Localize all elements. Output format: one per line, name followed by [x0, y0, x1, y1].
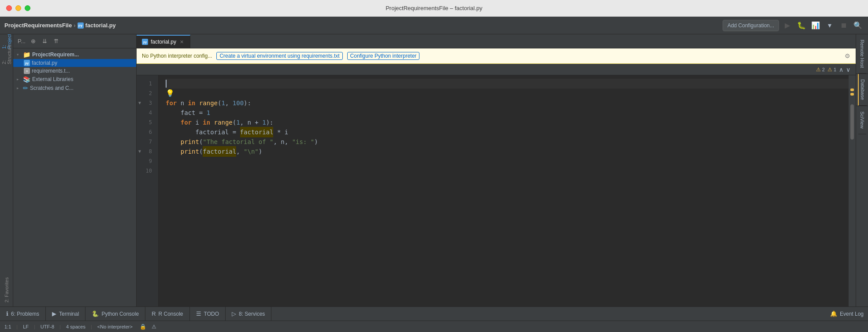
r-console-label: R Console [159, 311, 183, 317]
fn-print-8: print [181, 147, 199, 156]
indent-5 [166, 118, 181, 127]
scrollbar-thumb[interactable] [850, 104, 854, 140]
fold-arrow-8[interactable]: ▼ [138, 147, 141, 156]
window-controls[interactable] [6, 5, 30, 11]
var-i-6: i [285, 127, 288, 137]
right-vtab-remote-host[interactable]: Remote Host [858, 34, 866, 74]
project-view-button[interactable]: P... [17, 37, 26, 46]
scratch-icon: ✏ [23, 85, 28, 92]
close-button[interactable] [6, 5, 12, 11]
event-log-label[interactable]: Event Log [840, 311, 864, 317]
create-venv-link[interactable]: Create a virtual environment using requi… [216, 52, 342, 60]
fn-print-7: print [181, 137, 199, 147]
code-line-3: for n in range ( 1 , 100 ): [166, 98, 849, 108]
right-vtab-sciview[interactable]: SciView [858, 106, 866, 134]
bottom-tab-terminal[interactable]: ▶ Terminal [46, 307, 85, 321]
right-vtab-database[interactable]: Database [858, 74, 867, 106]
run-with-coverage-button[interactable]: 📊 [810, 20, 821, 31]
configure-interpreter-link[interactable]: Configure Python interpreter [347, 52, 420, 60]
code-line-6: factorial = factorial * i [166, 127, 849, 137]
status-warning-icon[interactable]: ⚠ [152, 324, 156, 330]
bottom-tab-services[interactable]: ▷ 8: Services [226, 307, 271, 321]
bottom-tab-python-console[interactable]: 🐍 Python Console [85, 307, 145, 321]
indent-4 [166, 108, 181, 118]
notification-gear-icon[interactable]: ⚙ [845, 52, 850, 59]
str-is-7: "is: " [292, 137, 315, 147]
op-assign-6: = [229, 127, 240, 137]
window-title: ProjectRequirementsFile – factorial.py [386, 5, 482, 11]
interpreter-value: <No interpreter> [97, 324, 133, 329]
code-line-5: for i in range ( 1 , n + 1 ): [166, 118, 849, 127]
left-sidebar: 1: Project 2: Structure Favorites 2: [0, 34, 13, 306]
tree-label-scratches: Scratches and C... [30, 85, 74, 91]
file-tab-name: factorial.py [151, 39, 176, 45]
tree-item-requirements[interactable]: ≡ requirements.t... [13, 67, 136, 75]
terminal-label: Terminal [59, 311, 79, 317]
folder-icon-root: 📁 [23, 51, 30, 58]
problems-label: 6: Problems [11, 311, 39, 317]
op-cparen-5: ): [266, 118, 274, 127]
expand-all-button[interactable]: ⇈ [51, 37, 61, 46]
maximize-button[interactable] [25, 5, 30, 11]
status-position[interactable]: 1:1 [4, 324, 11, 329]
num-100: 100 [233, 98, 244, 108]
warning-nav-down[interactable]: ∨ [846, 66, 850, 73]
collapse-all-button[interactable]: ⇊ [40, 37, 49, 46]
services-icon: ▷ [232, 310, 236, 317]
project-tree: ▾ 📁 ProjectRequirem... py factorial.py ≡… [13, 48, 136, 306]
code-content[interactable]: 💡 for n in range ( 1 , 100 ): [159, 75, 849, 306]
op-assign-4: = [195, 108, 206, 118]
status-line-ending[interactable]: LF [23, 324, 29, 329]
tree-item-root[interactable]: ▾ 📁 ProjectRequirem... [13, 50, 136, 59]
position-value: 1:1 [4, 324, 11, 329]
keyword-in-3: in [188, 98, 196, 108]
tab-close-button[interactable]: ✕ [179, 39, 185, 45]
warning-badge-1: ⚠ 1 [827, 66, 836, 73]
op-comma-3: , [225, 98, 233, 108]
tree-item-scratches[interactable]: ▸ ✏ Scratches and C... [13, 84, 136, 92]
keyword-for-3: for [166, 98, 177, 108]
warning-nav-up[interactable]: ∧ [839, 66, 843, 73]
code-line-10 [166, 166, 849, 176]
project-toolbar: P... ⊕ ⇊ ⇈ [13, 34, 136, 48]
bottom-tab-todo[interactable]: ☰ TODO [190, 307, 226, 321]
tree-item-ext-libs[interactable]: ▸ 📚 External Libraries [13, 75, 136, 84]
todo-icon: ☰ [196, 310, 201, 317]
file-tab-factorial[interactable]: py factorial.py ✕ [137, 35, 190, 48]
sidebar-icon-bottom[interactable]: 2: [0, 294, 13, 306]
op-comma-5: , [240, 118, 248, 127]
warning-badge-2: ⚠ 2 [816, 66, 825, 73]
line-ending-value: LF [23, 324, 29, 329]
search-button[interactable]: 🔍 [852, 20, 864, 31]
lightbulb-icon[interactable]: 💡 [166, 89, 174, 98]
breadcrumb-project[interactable]: ProjectRequirementsFile [4, 22, 72, 29]
minimize-button[interactable] [15, 5, 21, 11]
sidebar-icon-favorites[interactable]: Favorites [0, 281, 13, 293]
op-paren-3: ( [218, 98, 221, 108]
debug-button[interactable]: 🐛 [796, 20, 807, 31]
status-encoding[interactable]: UTF-8 [41, 324, 54, 329]
warning-count-2: 2 [822, 67, 825, 72]
keyword-for-5: for [181, 118, 192, 127]
status-interpreter[interactable]: <No interpreter> [97, 324, 133, 329]
status-indent[interactable]: 4 spaces [66, 324, 85, 329]
stop-button[interactable]: ⏹ [838, 20, 849, 31]
tree-item-factorial[interactable]: py factorial.py [13, 59, 136, 67]
dropdown-button[interactable]: ▾ [824, 20, 835, 31]
bottom-tab-r-console[interactable]: R R Console [145, 307, 189, 321]
scroll-from-source-button[interactable]: ⊕ [28, 37, 38, 46]
python-console-icon: 🐍 [92, 310, 99, 317]
op-comma-7b: , [285, 137, 292, 147]
notification-bar: No Python interpreter config... Create a… [137, 48, 856, 64]
add-configuration-button[interactable]: Add Configuration... [723, 20, 779, 31]
services-label: 8: Services [239, 311, 265, 317]
bottom-tab-problems[interactable]: ℹ 6: Problems [0, 307, 46, 321]
sidebar-icon-structure[interactable]: 2: Structure [0, 48, 13, 61]
run-button[interactable]: ▶ [782, 20, 793, 31]
breadcrumb-file[interactable]: factorial.py [85, 22, 116, 29]
fold-arrow-3[interactable]: ▼ [138, 98, 141, 108]
op-cparen-7: ) [314, 137, 318, 147]
editor-area: py factorial.py ✕ No Python interpreter … [137, 34, 856, 306]
code-editor[interactable]: 1 2 ▼ 3 4 5 6 7 ▼ 8 9 10 [137, 75, 856, 306]
str-newline-8: "\n" [244, 147, 259, 156]
